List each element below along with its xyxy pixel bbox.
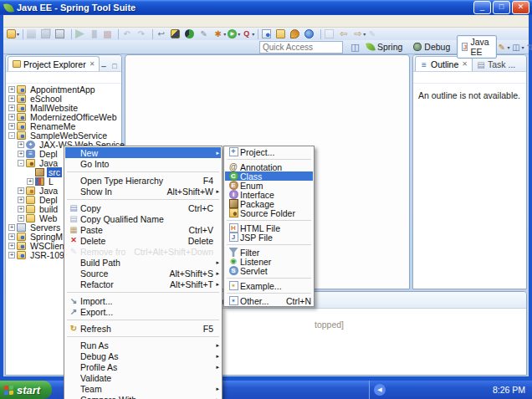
submenu-item[interactable]: I Interface [225,190,313,199]
new-web-page-icon[interactable]: ▾ [262,28,274,40]
submenu-item[interactable]: C Class [225,171,313,181]
maximize-view-icon[interactable] [512,299,521,308]
dropdown-arrow-icon[interactable]: ▾ [17,31,19,37]
new-wizard-icon[interactable]: ▾ [7,28,19,40]
run-icon[interactable]: ▶ ▾ [228,28,240,40]
coverage-icon[interactable]: ▾ [185,28,197,40]
perspective-button[interactable]: Debug [409,35,454,59]
context-menu-item[interactable]: Compare With ▸ [65,394,221,399]
tree-item[interactable]: + ModernizedOfficeWeb [6,112,121,121]
suspend-icon[interactable]: ▐▌ ▾ [90,28,102,40]
dropdown-arrow-icon[interactable]: ▾ [522,44,524,50]
web-browser-icon[interactable]: ▾ [304,28,317,40]
submenu-item[interactable]: ✶ Other... Ctrl+N [225,296,313,305]
close-tab-icon[interactable]: ✕ [90,60,95,68]
context-menu-item[interactable]: Show In Alt+Shift+W ▸ [65,186,221,197]
tree-expander-icon[interactable]: + [8,243,15,249]
hidden-icons-chevron[interactable]: ◀ [374,384,386,396]
server-start-icon[interactable] [422,299,431,308]
save-icon[interactable]: ▾ [27,28,39,40]
submenu-item[interactable]: Package [225,199,313,208]
open-perspective-button[interactable]: ◫ [350,41,360,53]
tree-expander-icon[interactable]: + [8,105,15,111]
context-menu-item[interactable]: Source Alt+Shift+S ▸ [65,268,221,279]
context-menu-item[interactable]: Build Path ▸ [65,257,221,268]
customize-icon[interactable]: ✎ ▾ [498,41,510,53]
tree-expander-icon[interactable]: + [8,123,15,130]
context-menu-item[interactable]: Run As ▸ [65,340,221,350]
start-button[interactable]: start [0,381,52,399]
tree-expander-icon[interactable]: + [8,233,15,240]
submenu-item[interactable]: Source Folder [225,208,313,217]
tree-expander-icon[interactable]: + [8,86,15,93]
tree-expander-icon[interactable]: + [18,206,24,212]
context-menu-item[interactable]: Go Into ▸ [65,158,221,169]
search-icon[interactable]: ▾ [171,28,183,40]
dropdown-arrow-icon[interactable]: ▾ [223,31,226,37]
tree-expander-icon[interactable]: + [27,178,33,185]
mark-occurrences-icon[interactable]: ✎ ▾ [199,28,212,40]
tree-expander-icon[interactable]: + [18,215,24,222]
submenu-item[interactable]: + Project... [225,147,313,156]
window-titlebar[interactable]: Java EE - Spring Tool Suite _ □ ✕ [0,0,532,15]
collapse-all-icon[interactable] [70,73,79,82]
perspective-button[interactable]: J Java EE [457,35,496,59]
new-file-icon[interactable]: ▾ [325,28,337,40]
tree-item[interactable]: + RenameMe [6,121,121,130]
terminate-icon[interactable]: ▾ [104,28,115,40]
close-tab-icon[interactable]: ✕ [462,60,468,68]
dropdown-arrow-icon[interactable]: ▾ [238,31,240,37]
maximize-button[interactable]: □ [493,1,510,14]
tree-expander-icon[interactable]: + [8,95,15,102]
redo-icon[interactable]: ↷ ▾ [136,28,149,40]
server-debug-icon[interactable] [408,299,417,308]
tree-expander-icon[interactable]: + [8,114,15,120]
tray-update-icon[interactable] [426,385,436,395]
link-editor-icon[interactable] [83,73,92,82]
open-folder-icon[interactable]: ▾ [276,28,289,40]
tree-expander-icon[interactable]: + [18,197,24,203]
tray-alert-icon[interactable] [476,385,486,395]
tree-expander-icon[interactable]: + [8,224,15,231]
context-menu-item[interactable]: ▤ Copy Qualified Name ▸ [65,213,221,224]
tree-item[interactable]: - SampleWebService [6,130,121,140]
tree-expander-icon[interactable]: - [8,132,15,139]
web-icon[interactable]: ◫ ▾ [512,41,524,53]
context-menu-item[interactable]: ▤ Copy Ctrl+C ▸ [65,202,221,213]
debug-icon[interactable]: Q ▾ [242,28,254,40]
view-menu-icon[interactable] [108,73,117,82]
save-all-icon[interactable]: ▾ [41,28,54,40]
context-menu-item[interactable]: New ▸ [65,147,221,158]
quick-access-input[interactable] [259,41,343,54]
server-publish-icon[interactable] [462,299,471,308]
server-profile-icon[interactable] [435,299,444,308]
context-menu-item[interactable]: ↻ Refresh F5 ▸ [65,323,221,334]
focus-icon[interactable] [500,73,509,82]
close-button[interactable]: ✕ [512,1,529,14]
context-menu-item[interactable]: ▦ Paste Ctrl+V ▸ [65,224,221,235]
external-tools-icon[interactable]: ✱ ▾ [213,28,226,40]
undo-icon[interactable]: ↶ ▾ [122,28,135,40]
context-menu-item[interactable]: Team ▸ [65,383,221,394]
submenu-item[interactable]: E Enum [225,181,313,190]
context-menu-item[interactable]: Profile As ▸ [65,361,221,372]
resume-icon[interactable]: ▾ [75,28,88,40]
dropdown-arrow-icon[interactable]: ▾ [252,31,254,37]
tray-window-icon[interactable] [388,385,398,395]
tree-item[interactable]: + eSchool [6,94,121,103]
tray-antivirus-icon[interactable] [438,385,448,395]
context-menu-item[interactable]: ↗ Export... ▸ [65,306,221,317]
outline-tab[interactable]: ▤ Task ... ✕ [473,57,529,71]
submenu-item[interactable]: ◉ Listener [225,257,313,266]
tree-expander-icon[interactable]: + [18,187,24,194]
last-edit-location-icon[interactable]: ↩ ▾ [156,28,169,40]
tray-messenger-icon[interactable] [401,385,411,395]
submenu-item[interactable]: @ Annotation [225,162,313,171]
submenu-item[interactable]: J JSP File [225,233,313,242]
minimize-view-icon[interactable] [499,299,508,308]
dropdown-arrow-icon[interactable]: ▾ [508,44,510,50]
maximize-view-icon[interactable]: □ [110,62,118,71]
submenu-item[interactable]: S Servlet [225,266,313,275]
tree-expander-icon[interactable]: + [8,252,15,258]
context-menu-item[interactable]: ✕ Delete Delete ▸ [65,235,221,246]
